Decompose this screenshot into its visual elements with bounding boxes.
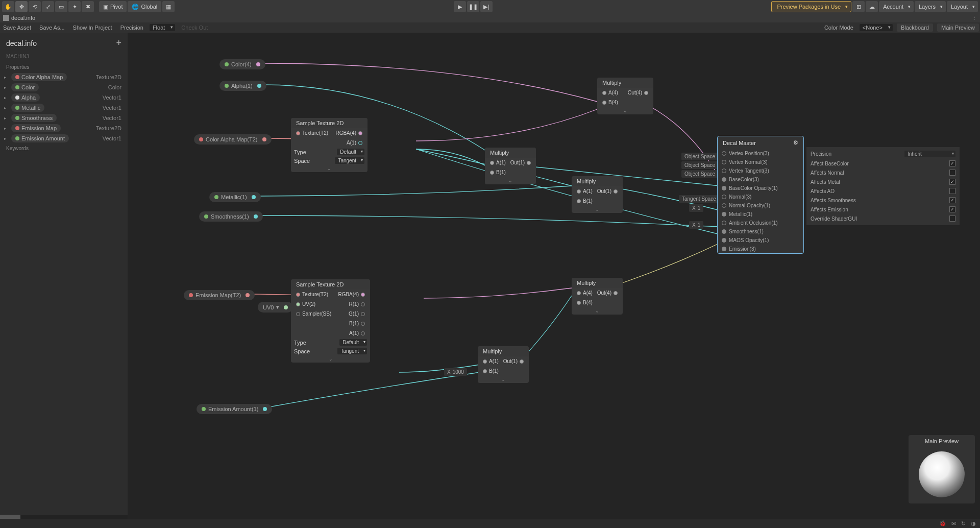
main-preview-toggle[interactable]: Main Preview	[937, 23, 979, 32]
cloud-icon[interactable]: ☁	[866, 1, 878, 12]
checkbox[interactable]	[949, 215, 955, 222]
status-icon[interactable]: ◑	[971, 520, 976, 527]
space-select[interactable]: Tangent	[335, 157, 364, 164]
transform-tool-icon[interactable]: ✦	[68, 1, 81, 12]
vector1-input[interactable]: X1	[689, 204, 703, 212]
checkbox[interactable]	[949, 170, 955, 176]
add-property-button[interactable]: +	[116, 38, 121, 49]
settings-row: Override ShaderGUI	[811, 214, 955, 223]
collab-icon[interactable]: ⊞	[852, 1, 865, 12]
expand-chevron-icon[interactable]: ⌄	[291, 165, 368, 172]
status-icon[interactable]: 🐞	[939, 520, 946, 527]
master-input-port[interactable]: Smoothness(1)	[718, 227, 803, 236]
expand-chevron-icon[interactable]: ⌄	[572, 307, 623, 315]
master-input-port[interactable]: Ambient Occlusion(1)	[718, 219, 803, 227]
expand-chevron-icon[interactable]: ⌄	[485, 177, 536, 184]
status-icon[interactable]: ✉	[951, 520, 956, 527]
main-preview-panel[interactable]: Main Preview	[909, 435, 975, 503]
property-node-emissionamount[interactable]: Emission Amount(1)	[197, 404, 272, 414]
document-tab[interactable]: decal.info ⋮	[0, 13, 980, 22]
property-row[interactable]: ▸MetallicVector1	[0, 103, 128, 113]
master-input-port[interactable]: Vertex Tangent(3)	[718, 166, 803, 175]
expand-chevron-icon[interactable]: ⌄	[478, 376, 529, 383]
snap-toggle-icon[interactable]: ▦	[162, 1, 175, 12]
sidebar-scrollbar[interactable]	[0, 515, 128, 519]
save-asset-button[interactable]: Save Asset	[1, 25, 33, 31]
master-input-port[interactable]: Normal(3)	[718, 193, 803, 201]
master-input-port[interactable]: Emission(3)	[718, 245, 803, 253]
checkbox[interactable]: ✓	[949, 206, 955, 212]
property-row[interactable]: ▸Color Alpha MapTexture2D	[0, 72, 128, 82]
show-in-project-button[interactable]: Show In Project	[71, 25, 114, 31]
tab-menu-icon[interactable]: ⋮	[971, 15, 977, 21]
step-button[interactable]: ▶|	[480, 1, 493, 12]
account-dropdown[interactable]: Account	[879, 1, 914, 12]
precision-select[interactable]: Float	[150, 24, 175, 31]
blackboard-toggle[interactable]: Blackboard	[897, 23, 933, 32]
expand-chevron-icon[interactable]: ⌄	[572, 206, 623, 213]
settings-gear-icon[interactable]: ⚙	[793, 139, 798, 146]
node-sample-texture-2[interactable]: Sample Texture 2D Texture(T2)RGBA(4) UV(…	[291, 279, 370, 363]
space-label[interactable]: Tangent Space	[679, 195, 719, 203]
property-row[interactable]: ▸AlphaVector1	[0, 92, 128, 103]
scale-tool-icon[interactable]: ⤢	[42, 1, 54, 12]
property-node-emissionmap[interactable]: Emission Map(T2)	[184, 290, 255, 300]
space-label[interactable]: Object Space	[681, 153, 718, 160]
save-as-button[interactable]: Save As...	[37, 25, 67, 31]
preview-packages-button[interactable]: Preview Packages in Use	[771, 1, 851, 12]
property-row[interactable]: ▸Emission AmountVector1	[0, 133, 128, 143]
shader-graph-canvas[interactable]: Color(4) Alpha(1) Color Alpha Map(T2) Me…	[128, 33, 980, 519]
precision-select[interactable]: Inherit	[904, 151, 955, 157]
master-input-port[interactable]: Normal Opacity(1)	[718, 201, 803, 210]
node-decal-master[interactable]: Decal Master⚙ Vertex Position(3)Vertex N…	[717, 136, 804, 254]
custom-tool-icon[interactable]: ✖	[82, 1, 94, 12]
space-label[interactable]: Object Space	[681, 170, 718, 178]
property-row[interactable]: ▸SmoothnessVector1	[0, 113, 128, 123]
expand-chevron-icon[interactable]: ⌄	[291, 355, 370, 363]
master-input-port[interactable]: BaseColor Opacity(1)	[718, 184, 803, 193]
node-sample-texture-1[interactable]: Sample Texture 2D Texture(T2)RGBA(4) A(1…	[291, 118, 368, 172]
move-tool-icon[interactable]: ✥	[15, 1, 28, 12]
master-input-port[interactable]: MAOS Opacity(1)	[718, 236, 803, 245]
property-node-metallic[interactable]: Metallic(1)	[209, 192, 261, 202]
rotate-tool-icon[interactable]: ⟲	[29, 1, 41, 12]
master-input-port[interactable]: BaseColor(3)	[718, 175, 803, 184]
space-label[interactable]: Object Space	[681, 161, 718, 169]
checkbox[interactable]: ✓	[949, 197, 955, 203]
node-multiply-5[interactable]: Multiply A(1)Out(1) B(1) ⌄	[478, 346, 529, 383]
status-icon[interactable]: ↻	[961, 520, 966, 527]
master-input-port[interactable]: Vertex Normal(3)	[718, 158, 803, 166]
layout-dropdown[interactable]: Layout	[947, 1, 978, 12]
file-name: decal.info	[11, 15, 35, 21]
node-multiply-3[interactable]: Multiply A(1)Out(1) B(1) ⌄	[572, 176, 623, 213]
hand-tool-icon[interactable]: ✋	[2, 1, 14, 12]
space-select[interactable]: Tangent	[337, 348, 367, 354]
property-row[interactable]: ▸Emission MapTexture2D	[0, 123, 128, 133]
property-node-color[interactable]: Color(4)	[219, 59, 265, 69]
vector1-input[interactable]: X1	[689, 221, 703, 229]
play-button[interactable]: ▶	[454, 1, 466, 12]
vector1-input[interactable]: X1000	[444, 368, 467, 376]
property-row[interactable]: ▸ColorColor	[0, 82, 128, 92]
checkbox[interactable]: ✓	[949, 160, 955, 166]
layers-dropdown[interactable]: Layers	[915, 1, 946, 12]
node-multiply-2[interactable]: Multiply A(1)Out(1) B(1) ⌄	[485, 148, 536, 184]
pivot-toggle[interactable]: ▣ Pivot	[99, 1, 127, 12]
checkbox[interactable]: ✓	[949, 179, 955, 185]
node-multiply-4[interactable]: Multiply A(4)Out(4) B(4) ⌄	[572, 278, 623, 315]
property-node-smoothness[interactable]: Smoothness(1)	[199, 211, 263, 222]
pause-button[interactable]: ❚❚	[467, 1, 479, 12]
expand-chevron-icon[interactable]: ⌄	[597, 107, 653, 114]
node-multiply-1[interactable]: Multiply A(4)Out(4) B(4) ⌄	[597, 78, 653, 114]
color-mode-select[interactable]: <None>	[860, 24, 893, 31]
property-node-uv[interactable]: UV0 ▾	[258, 302, 293, 313]
rect-tool-icon[interactable]: ▭	[55, 1, 67, 12]
property-node-coloralphamap[interactable]: Color Alpha Map(T2)	[194, 134, 272, 145]
checkbox[interactable]	[949, 188, 955, 194]
master-input-port[interactable]: Metallic(1)	[718, 210, 803, 219]
type-select[interactable]: Default	[337, 149, 364, 155]
type-select[interactable]: Default	[339, 339, 367, 346]
global-toggle[interactable]: 🌐 Global	[128, 1, 161, 12]
master-input-port[interactable]: Vertex Position(3)	[718, 149, 803, 158]
property-node-alpha[interactable]: Alpha(1)	[219, 81, 266, 91]
